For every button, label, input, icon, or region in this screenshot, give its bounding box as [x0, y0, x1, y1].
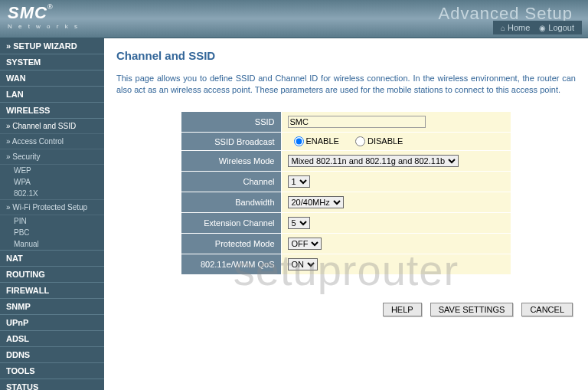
mode-label: Wireless Mode	[181, 151, 281, 172]
nav-wps[interactable]: » Wi-Fi Protected Setup	[0, 199, 104, 215]
nav-wireless[interactable]: WIRELESS	[0, 103, 104, 119]
nav-upnp[interactable]: UPnP	[0, 315, 104, 331]
nav-system[interactable]: SYSTEM	[0, 54, 104, 70]
nav-wep[interactable]: WEP	[0, 165, 104, 176]
channel-select[interactable]: 1	[288, 175, 310, 188]
settings-form: SSID SSID Broadcast ENABLE DISABLE Wirel…	[181, 112, 511, 276]
disable-label: DISABLE	[368, 136, 403, 146]
wmm-select[interactable]: ON	[288, 258, 318, 270]
protected-select[interactable]: OFF	[288, 238, 322, 250]
nav-firewall[interactable]: FIREWALL	[0, 283, 104, 299]
header-links: ⌂Home ◉Logout	[493, 21, 582, 34]
logo-text: SMC	[8, 3, 47, 22]
home-link[interactable]: ⌂Home	[501, 23, 530, 32]
nav-routing[interactable]: ROUTING	[0, 267, 104, 283]
ext-channel-label: Extension Channel	[181, 213, 281, 234]
nav-pin[interactable]: PIN	[0, 215, 104, 227]
sidebar: » SETUP WIZARD SYSTEM WAN LAN WIRELESS »…	[0, 38, 104, 390]
nav-lan[interactable]: LAN	[0, 87, 104, 103]
nav-channel-ssid[interactable]: » Channel and SSID	[0, 119, 104, 134]
nav-nat[interactable]: NAT	[0, 250, 104, 267]
nav-pbc[interactable]: PBC	[0, 227, 104, 238]
broadcast-disable-radio[interactable]	[355, 136, 365, 146]
nav-security[interactable]: » Security	[0, 149, 104, 165]
nav-setup-wizard[interactable]: » SETUP WIZARD	[0, 38, 104, 54]
broadcast-enable-radio[interactable]	[294, 136, 304, 146]
ext-channel-select[interactable]: 5	[288, 217, 310, 229]
page-description: This page allows you to define SSID and …	[116, 73, 576, 97]
broadcast-label: SSID Broadcast	[181, 132, 281, 151]
bandwidth-select[interactable]: 20/40MHz	[288, 196, 344, 208]
content: Channel and SSID This page allows you to…	[104, 38, 588, 390]
page-title: Channel and SSID	[116, 49, 576, 62]
cancel-button[interactable]: CANCEL	[521, 303, 573, 316]
logout-icon: ◉	[539, 24, 546, 32]
nav-tools[interactable]: TOOLS	[0, 363, 104, 379]
nav-8021x[interactable]: 802.1X	[0, 188, 104, 199]
home-label: Home	[508, 23, 530, 32]
bandwidth-label: Bandwidth	[181, 192, 281, 213]
header: SMC® N e t w o r k s Advanced Setup ⌂Hom…	[0, 0, 588, 38]
enable-label: ENABLE	[306, 136, 339, 146]
registered-icon: ®	[47, 3, 53, 11]
protected-label: Protected Mode	[181, 234, 281, 254]
ssid-input[interactable]	[288, 116, 426, 128]
logo: SMC® N e t w o r k s	[8, 3, 80, 30]
mode-select[interactable]: Mixed 802.11n and 802.11g and 802.11b	[288, 155, 459, 167]
nav-snmp[interactable]: SNMP	[0, 299, 104, 315]
logout-link[interactable]: ◉Logout	[539, 23, 574, 32]
nav-adsl[interactable]: ADSL	[0, 331, 104, 347]
wmm-label: 802.11e/WMM QoS	[181, 254, 281, 275]
logout-label: Logout	[548, 23, 574, 32]
nav-wan[interactable]: WAN	[0, 70, 104, 87]
button-row: HELP SAVE SETTINGS CANCEL	[116, 303, 576, 316]
nav-ddns[interactable]: DDNS	[0, 347, 104, 363]
logo-subtitle: N e t w o r k s	[8, 23, 80, 30]
help-button[interactable]: HELP	[383, 303, 422, 316]
nav-status[interactable]: STATUS	[0, 379, 104, 390]
nav-manual[interactable]: Manual	[0, 238, 104, 250]
nav-access-control[interactable]: » Access Control	[0, 134, 104, 149]
home-icon: ⌂	[501, 24, 505, 32]
save-button[interactable]: SAVE SETTINGS	[430, 303, 514, 316]
ssid-label: SSID	[181, 112, 281, 133]
nav-wpa[interactable]: WPA	[0, 176, 104, 188]
channel-label: Channel	[181, 172, 281, 192]
